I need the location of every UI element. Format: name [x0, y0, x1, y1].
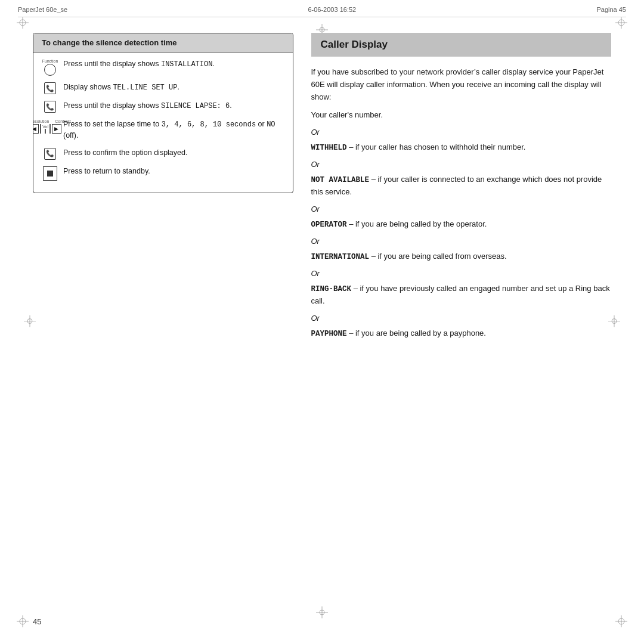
step-text-5: Press to confirm the option displayed.: [63, 147, 187, 159]
reg-mark-top-left: [17, 17, 29, 29]
step-text-2: Display shows TEL.LINE SET UP.: [63, 82, 179, 93]
caller-display-header: Caller Display: [311, 33, 612, 57]
doc-header: PaperJet 60e_se 6-06-2003 16:52 Pagina 4…: [18, 6, 626, 17]
stop-button-icon: [43, 166, 57, 181]
doc-header-right: Pagina 45: [596, 6, 626, 13]
phone-button-icon-2: [44, 82, 56, 94]
page-number: 45: [33, 617, 41, 626]
phone-button-icon-5: [44, 148, 56, 160]
nav-separator: [40, 124, 41, 134]
ring-back-text: RING-BACK – if you have previously calle…: [311, 283, 612, 308]
step-text-1: Press until the display shows INSTALLATI…: [63, 58, 215, 70]
step-icon-1: Function: [42, 59, 58, 76]
step-icon-4: Resolution Contrast ◀ Vol: [42, 119, 58, 134]
nav-right-arrow[interactable]: ▶: [52, 124, 61, 134]
step-icon-2: [42, 82, 58, 94]
caller-display-intro: If you have subscribed to your network p…: [311, 66, 612, 103]
or-5: Or: [311, 269, 612, 278]
right-column: Caller Display If you have subscribed to…: [311, 33, 612, 611]
function-button-icon: [44, 64, 56, 76]
step-row-4: Resolution Contrast ◀ Vol: [42, 119, 287, 141]
withheld-text: WITHHELD – if your caller has chosen to …: [311, 141, 612, 154]
left-column: To change the silence detection time Fun…: [33, 33, 293, 611]
reg-mark-bottom-left: [17, 615, 29, 627]
payphone-text: PAYPHONE – if you are being called by a …: [311, 327, 612, 340]
not-available-text: NOT AVAILABLE – if your caller is connec…: [311, 174, 612, 199]
step-text-6: Press to return to standby.: [63, 166, 150, 177]
step-text-4: Press to set the lapse time to 3, 4, 6, …: [63, 119, 287, 141]
phone-button-icon-3: [44, 101, 56, 113]
page-content: To change the silence detection time Fun…: [33, 33, 611, 611]
instruction-title: To change the silence detection time: [33, 33, 293, 52]
operator-text: OPERATOR – if you are being called by th…: [311, 218, 612, 231]
reg-mark-bottom-right: [615, 615, 627, 627]
step-icon-6: [42, 166, 58, 181]
instruction-box: To change the silence detection time Fun…: [33, 33, 293, 193]
step-row-2: Display shows TEL.LINE SET UP.: [42, 82, 287, 94]
instruction-steps: Function Press until the display shows I…: [33, 52, 293, 193]
or-1: Or: [311, 128, 612, 137]
or-4: Or: [311, 237, 612, 246]
callers-number-text: Your caller's number.: [311, 109, 612, 122]
nav-separator-2: [49, 124, 51, 134]
step-text-3: Press until the display shows SILENCE LA…: [63, 100, 232, 112]
step-row-3: Press until the display shows SILENCE LA…: [42, 100, 287, 113]
doc-header-left: PaperJet 60e_se: [18, 6, 67, 13]
or-6: Or: [311, 314, 612, 323]
reg-mark-top-right: [615, 17, 627, 29]
international-text: INTERNATIONAL – if you are being called …: [311, 250, 612, 263]
nav-buttons: ◀ Vol ▶: [33, 124, 61, 134]
step-row-5: Press to confirm the option displayed.: [42, 147, 287, 160]
resolution-label: Resolution: [33, 119, 49, 123]
nav-left-arrow[interactable]: ◀: [33, 124, 39, 134]
step-icon-3: [42, 101, 58, 113]
or-2: Or: [311, 160, 612, 169]
step-row-1: Function Press until the display shows I…: [42, 58, 287, 76]
step-row-6: Press to return to standby.: [42, 166, 287, 181]
step-icon-5: [42, 148, 58, 160]
doc-header-center: 6-06-2003 16:52: [308, 6, 356, 13]
or-3: Or: [311, 205, 612, 213]
